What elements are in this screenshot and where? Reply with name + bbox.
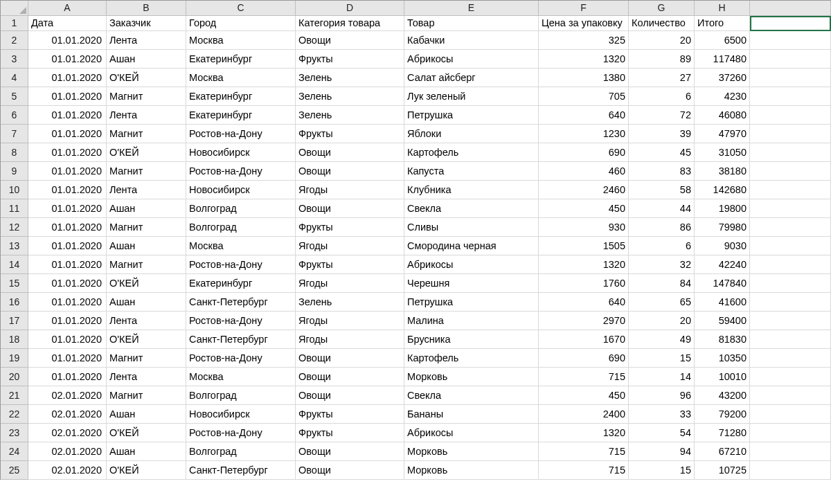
cell-date[interactable]: 01.01.2020 (28, 162, 107, 181)
cell-customer[interactable]: Ашан (107, 199, 186, 218)
cell-product[interactable]: Абрикосы (404, 424, 539, 442)
cell-category[interactable]: Фрукты (296, 255, 404, 274)
cell-customer[interactable]: О'КЕЙ (107, 330, 186, 349)
spreadsheet-grid[interactable]: ABCDEFGH1ДатаЗаказчикГородКатегория това… (0, 0, 831, 480)
cell-total[interactable]: 43200 (695, 386, 750, 405)
cell-date[interactable]: 01.01.2020 (28, 181, 107, 199)
cell-category[interactable]: Овощи (296, 349, 404, 368)
cell-price[interactable]: 1230 (539, 125, 629, 143)
cell-category[interactable]: Овощи (296, 368, 404, 386)
cell-qty[interactable]: 94 (629, 442, 695, 461)
cell-total[interactable]: 38180 (695, 162, 750, 181)
cell-price[interactable]: 1320 (539, 50, 629, 69)
cell-customer[interactable]: Ашан (107, 442, 186, 461)
cell-price[interactable]: 705 (539, 87, 629, 106)
cell-product[interactable]: Абрикосы (404, 50, 539, 69)
cell-category[interactable]: Зелень (296, 87, 404, 106)
cell-customer[interactable]: Магнит (107, 125, 186, 143)
cell-date[interactable]: 02.01.2020 (28, 386, 107, 405)
cell-category[interactable]: Фрукты (296, 50, 404, 69)
cell-date[interactable]: 01.01.2020 (28, 87, 107, 106)
cell-product[interactable]: Кабачки (404, 31, 539, 50)
cell-city[interactable]: Москва (186, 31, 296, 50)
cell-date[interactable]: 01.01.2020 (28, 274, 107, 293)
cell-price[interactable]: 460 (539, 162, 629, 181)
cell-empty[interactable] (750, 31, 831, 50)
row-header[interactable]: 6 (1, 106, 28, 125)
cell-city[interactable]: Ростов-на-Дону (186, 349, 296, 368)
cell-price[interactable]: 640 (539, 293, 629, 312)
cell-total[interactable]: 79980 (695, 218, 750, 237)
cell-city[interactable]: Волгоград (186, 442, 296, 461)
cell-category[interactable]: Зелень (296, 293, 404, 312)
cell-total[interactable]: 142680 (695, 181, 750, 199)
header-cell[interactable]: Заказчик (107, 16, 186, 31)
cell-product[interactable]: Брусника (404, 330, 539, 349)
cell-city[interactable]: Волгоград (186, 386, 296, 405)
row-header[interactable]: 15 (1, 274, 28, 293)
row-header[interactable]: 2 (1, 31, 28, 50)
cell-total[interactable]: 10010 (695, 368, 750, 386)
cell-product[interactable]: Свекла (404, 386, 539, 405)
cell-empty[interactable] (750, 143, 831, 162)
cell-qty[interactable]: 20 (629, 31, 695, 50)
cell-qty[interactable]: 84 (629, 274, 695, 293)
cell-qty[interactable]: 65 (629, 293, 695, 312)
cell-date[interactable]: 01.01.2020 (28, 125, 107, 143)
cell-total[interactable]: 71280 (695, 424, 750, 442)
cell-customer[interactable]: Магнит (107, 255, 186, 274)
cell-empty[interactable] (750, 218, 831, 237)
cell-customer[interactable]: Ашан (107, 237, 186, 255)
cell-customer[interactable]: О'КЕЙ (107, 461, 186, 480)
cell-product[interactable]: Малина (404, 312, 539, 330)
cell-qty[interactable]: 89 (629, 50, 695, 69)
cell-price[interactable]: 690 (539, 143, 629, 162)
row-header[interactable]: 9 (1, 162, 28, 181)
cell-date[interactable]: 01.01.2020 (28, 330, 107, 349)
cell-price[interactable]: 1505 (539, 237, 629, 255)
cell-customer[interactable]: Лента (107, 312, 186, 330)
cell-qty[interactable]: 96 (629, 386, 695, 405)
cell-city[interactable]: Санкт-Петербург (186, 330, 296, 349)
row-header[interactable]: 23 (1, 424, 28, 442)
cell-qty[interactable]: 54 (629, 424, 695, 442)
row-header[interactable]: 10 (1, 181, 28, 199)
cell-price[interactable]: 325 (539, 31, 629, 50)
cell-total[interactable]: 42240 (695, 255, 750, 274)
cell-date[interactable]: 01.01.2020 (28, 312, 107, 330)
cell-category[interactable]: Фрукты (296, 424, 404, 442)
cell-qty[interactable]: 15 (629, 349, 695, 368)
cell-category[interactable]: Овощи (296, 386, 404, 405)
cell-date[interactable]: 01.01.2020 (28, 368, 107, 386)
row-header[interactable]: 14 (1, 255, 28, 274)
cell-city[interactable]: Екатеринбург (186, 106, 296, 125)
cell-empty[interactable] (750, 442, 831, 461)
header-cell[interactable]: Город (186, 16, 296, 31)
row-header[interactable]: 8 (1, 143, 28, 162)
cell-product[interactable]: Морковь (404, 368, 539, 386)
cell-city[interactable]: Москва (186, 69, 296, 87)
cell-city[interactable]: Ростов-на-Дону (186, 255, 296, 274)
cell-price[interactable]: 1380 (539, 69, 629, 87)
cell-category[interactable]: Фрукты (296, 218, 404, 237)
cell-price[interactable]: 2400 (539, 405, 629, 424)
cell-price[interactable]: 2970 (539, 312, 629, 330)
cell-qty[interactable]: 86 (629, 218, 695, 237)
row-header[interactable]: 1 (1, 16, 28, 31)
cell-total[interactable]: 117480 (695, 50, 750, 69)
cell-customer[interactable]: Лента (107, 106, 186, 125)
cell-customer[interactable]: Ашан (107, 405, 186, 424)
cell-category[interactable]: Ягоды (296, 237, 404, 255)
row-header[interactable]: 3 (1, 50, 28, 69)
row-header[interactable]: 18 (1, 330, 28, 349)
cell-category[interactable]: Овощи (296, 461, 404, 480)
column-header[interactable]: G (629, 1, 695, 16)
cell-qty[interactable]: 27 (629, 69, 695, 87)
cell-product[interactable]: Капуста (404, 162, 539, 181)
cell-date[interactable]: 01.01.2020 (28, 50, 107, 69)
cell-product[interactable]: Клубника (404, 181, 539, 199)
cell-empty[interactable] (750, 87, 831, 106)
cell-date[interactable]: 01.01.2020 (28, 106, 107, 125)
cell-price[interactable]: 640 (539, 106, 629, 125)
cell-product[interactable]: Морковь (404, 461, 539, 480)
